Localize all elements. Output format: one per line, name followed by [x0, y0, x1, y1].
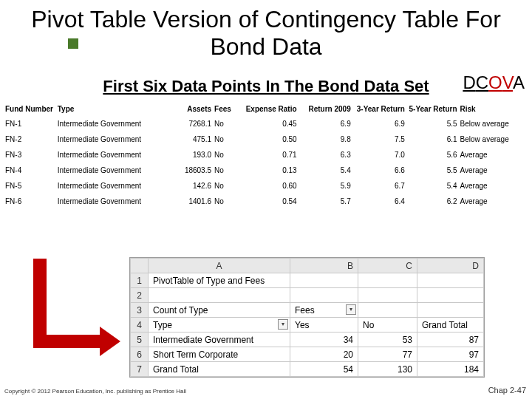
table-cell: No [213, 147, 239, 163]
dropdown-icon[interactable]: ▾ [278, 319, 288, 330]
pivot-cell: 184 [417, 362, 484, 377]
pivot-cell: Short Term Corporate [149, 347, 290, 362]
pivot-cell: 20 [290, 347, 358, 362]
table-cell: 5.7 [299, 194, 352, 209]
table-cell: FN-5 [4, 178, 56, 194]
table-cell: 6.7 [352, 178, 406, 194]
table-cell: 0.45 [239, 116, 298, 132]
table-row: FN-6Intermediate Government1401.6No0.545… [4, 194, 528, 209]
col-fund: Fund Number [4, 102, 56, 116]
table-cell: 142.6 [169, 178, 213, 194]
table-cell: 6.9 [352, 116, 406, 132]
excel-pivot-screenshot: A B C D 1 PivotTable of Type and Fees 2 … [129, 257, 485, 378]
table-cell: No [213, 178, 239, 194]
table-cell: FN-6 [4, 194, 56, 209]
pivot-count-label: Count of Type [149, 303, 290, 318]
table-cell: 5.5 [406, 116, 459, 132]
dcova-a: A [513, 72, 525, 92]
table-cell: Average [459, 194, 528, 209]
table-cell: 0.71 [239, 147, 298, 163]
slide-title: Pivot Table Version of Contingency Table… [0, 0, 532, 62]
dcova-o: O [488, 72, 502, 92]
col-assets: Assets [169, 102, 213, 116]
table-cell: 6.9 [299, 116, 352, 132]
table-row: FN-3Intermediate Government193.0No0.716.… [4, 147, 528, 163]
pivot-cell: 54 [290, 362, 358, 377]
col-risk: Risk [459, 102, 528, 116]
col-ret3: 3-Year Return [352, 102, 406, 116]
pivot-type-field[interactable]: Type ▾ [149, 318, 290, 332]
pivot-fees-field[interactable]: Fees ▾ [290, 303, 358, 318]
bond-data-table: Fund Number Type Assets Fees Expense Rat… [4, 102, 528, 209]
table-cell: 5.4 [406, 178, 459, 194]
pivot-cell: 34 [290, 332, 358, 347]
pivot-row-7: 7 Grand Total 54 130 184 [131, 362, 484, 377]
table-cell: 6.4 [352, 194, 406, 209]
pivot-cell: 97 [417, 347, 484, 362]
pivot-col-c: C [358, 259, 417, 273]
table-row: FN-2Intermediate Government475.1No0.509.… [4, 132, 528, 147]
pivot-cell: Intermediate Government [149, 332, 290, 347]
table-cell: 18603.5 [169, 163, 213, 178]
table-cell: Below average [459, 116, 528, 132]
pivot-yes: Yes [290, 318, 358, 332]
table-cell: FN-4 [4, 163, 56, 178]
table-row: FN-1Intermediate Government7268.1No0.456… [4, 116, 528, 132]
table-cell: 6.3 [299, 147, 352, 163]
pivot-row-4: 4 Type ▾ Yes No Grand Total [131, 318, 484, 332]
table-cell: FN-3 [4, 147, 56, 163]
table-cell: Intermediate Government [56, 132, 169, 147]
pivot-cell: 130 [358, 362, 417, 377]
pivot-row-6: 6 Short Term Corporate 20 77 97 [131, 347, 484, 362]
pivot-col-headers: A B C D [131, 259, 484, 273]
table-cell: 6.6 [352, 163, 406, 178]
col-ret2009: Return 2009 [299, 102, 352, 116]
dropdown-icon[interactable]: ▾ [346, 304, 356, 315]
table-cell: 475.1 [169, 132, 213, 147]
table-cell: Intermediate Government [56, 147, 169, 163]
table-cell: 5.4 [299, 163, 352, 178]
table-cell: 7.0 [352, 147, 406, 163]
table-cell: 0.54 [239, 194, 298, 209]
table-cell: Intermediate Government [56, 116, 169, 132]
pivot-row-1: 1 PivotTable of Type and Fees [131, 273, 484, 288]
pivot-title: PivotTable of Type and Fees [149, 273, 290, 288]
pivot-col-a: A [149, 259, 290, 273]
table-cell: Average [459, 163, 528, 178]
dcova-c: C [476, 72, 488, 92]
table-cell: 9.8 [299, 132, 352, 147]
col-fees: Fees [213, 102, 239, 116]
dcova-d: D [463, 72, 475, 92]
table-cell: FN-2 [4, 132, 56, 147]
table-header-row: Fund Number Type Assets Fees Expense Rat… [4, 102, 528, 116]
pivot-row-5: 5 Intermediate Government 34 53 87 [131, 332, 484, 347]
table-cell: 0.50 [239, 132, 298, 147]
pivot-col-b: B [290, 259, 358, 273]
table-cell: 7268.1 [169, 116, 213, 132]
title-bullet [68, 38, 78, 49]
pivot-cell: 53 [358, 332, 417, 347]
pivot-row-3: 3 Count of Type Fees ▾ [131, 303, 484, 318]
table-cell: Intermediate Government [56, 178, 169, 194]
table-cell: Intermediate Government [56, 163, 169, 178]
copyright-text: Copyright © 2012 Pearson Education, Inc.… [4, 388, 186, 395]
dcova-v: V [502, 72, 513, 92]
table-cell: 1401.6 [169, 194, 213, 209]
table-cell: 193.0 [169, 147, 213, 163]
pivot-cell: 87 [417, 332, 484, 347]
table-row: FN-4Intermediate Government18603.5No0.13… [4, 163, 528, 178]
pivot-grand-total-row: Grand Total [149, 362, 290, 377]
table-cell: Below average [459, 132, 528, 147]
table-cell: 0.13 [239, 163, 298, 178]
table-cell: Intermediate Government [56, 194, 169, 209]
pivot-cell: 77 [358, 347, 417, 362]
table-cell: Average [459, 178, 528, 194]
pivot-no: No [358, 318, 417, 332]
red-arrow-icon [33, 259, 120, 356]
col-type: Type [56, 102, 169, 116]
col-expense: Expense Ratio [239, 102, 298, 116]
pivot-col-d: D [417, 259, 484, 273]
table-cell: 7.5 [352, 132, 406, 147]
table-cell: Average [459, 147, 528, 163]
pivot-corner [131, 259, 149, 273]
